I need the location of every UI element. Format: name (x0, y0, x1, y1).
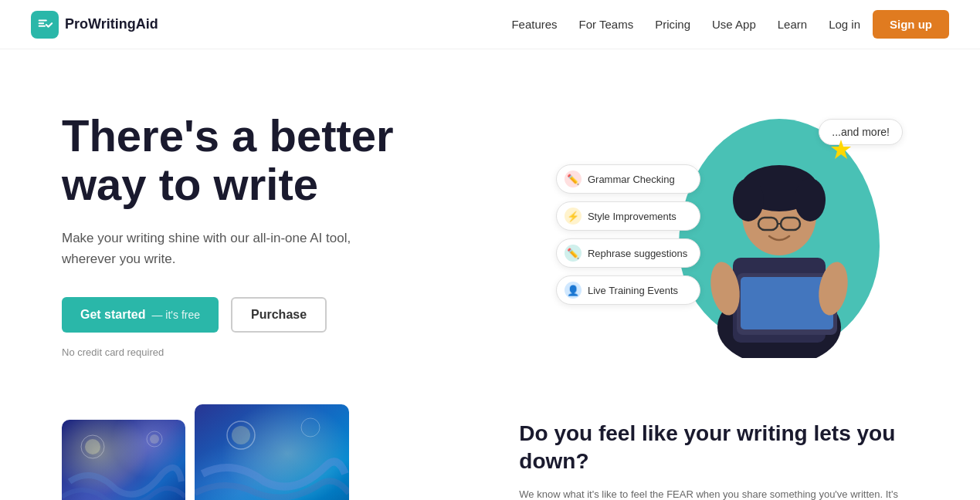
section2-images: My idea in my head (62, 404, 473, 500)
nav-item-features[interactable]: Features (511, 18, 557, 31)
pill-grammar: ✏️ Grammar Checking (556, 164, 700, 194)
section2: My idea in my head Do you feel like your… (0, 404, 980, 500)
pill-style: ⚡ Style Improvements (556, 201, 700, 231)
training-icon: 👤 (565, 282, 582, 299)
pill-rephrase: ✏️ Rephrase suggestions (556, 238, 700, 268)
nav-item-for-teams[interactable]: For Teams (579, 18, 634, 31)
svg-point-20 (301, 418, 320, 437)
section2-title: Do you feel like your writing lets you d… (519, 420, 918, 476)
svg-point-17 (150, 434, 159, 444)
logo-icon (31, 11, 59, 39)
nav-item-learn[interactable]: Learn (778, 18, 807, 31)
starry-night-image-2: My idea in my head (195, 404, 349, 500)
hero-section: There's a better way to write Make your … (0, 49, 980, 404)
hero-illustration: ✏️ Grammar Checking ⚡ Style Improvements… (533, 96, 918, 373)
hero-subtitle: Make your writing shine with our all-in-… (62, 228, 386, 269)
section2-body: We know what it's like to feel the FEAR … (519, 487, 918, 500)
nav-links: Features For Teams Pricing Use App Learn (511, 18, 807, 32)
rephrase-icon: ✏️ (565, 245, 582, 262)
starry-night-image-1 (62, 420, 185, 500)
logo-link[interactable]: ProWritingAid (31, 11, 158, 39)
signup-button[interactable]: Sign up (873, 10, 949, 39)
hero-buttons: Get started — it's free Purchase (62, 297, 533, 333)
pill-training: 👤 Live Training Events (556, 275, 700, 305)
svg-point-15 (85, 439, 100, 454)
svg-rect-3 (741, 277, 833, 329)
login-link[interactable]: Log in (829, 18, 860, 31)
svg-point-8 (733, 178, 764, 221)
svg-point-19 (232, 426, 250, 444)
get-started-button[interactable]: Get started — it's free (62, 297, 219, 333)
grammar-icon: ✏️ (565, 171, 582, 188)
no-credit-text: No credit card required (62, 346, 533, 358)
nav-actions: Log in Sign up (829, 10, 949, 39)
nav-item-pricing[interactable]: Pricing (655, 18, 690, 31)
style-icon: ⚡ (565, 208, 582, 225)
svg-point-9 (795, 178, 826, 221)
purchase-button[interactable]: Purchase (231, 297, 327, 333)
nav-item-use-app[interactable]: Use App (712, 18, 756, 31)
feature-pills: ✏️ Grammar Checking ⚡ Style Improvements… (556, 164, 700, 305)
svg-marker-13 (831, 140, 851, 159)
hero-title: There's a better way to write (62, 111, 533, 210)
starburst-decoration (829, 138, 853, 164)
navbar: ProWritingAid Features For Teams Pricing… (0, 0, 980, 49)
hero-content: There's a better way to write Make your … (62, 111, 533, 359)
section2-text: Do you feel like your writing lets you d… (519, 404, 918, 500)
brand-name: ProWritingAid (65, 16, 158, 32)
